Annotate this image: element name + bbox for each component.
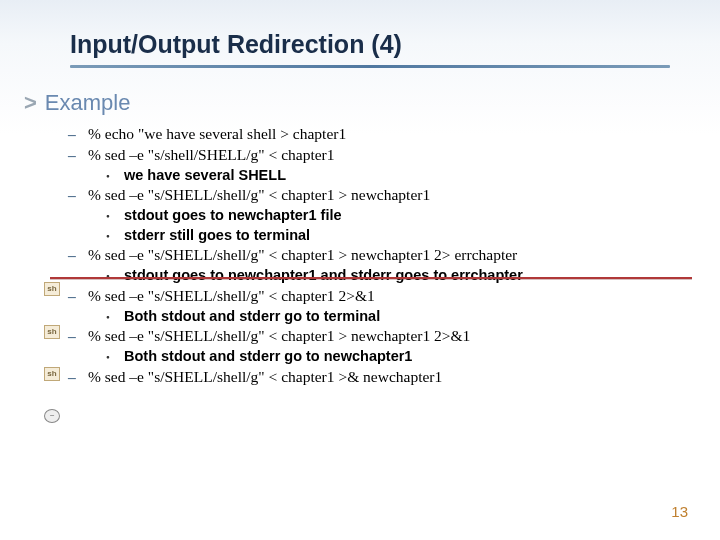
subtitle: Example bbox=[45, 90, 131, 116]
bullet-icon: • bbox=[106, 266, 116, 284]
list-item: – % sed –e "s/SHELL/shell/g" < chapter1 … bbox=[68, 367, 700, 388]
dash-icon: – bbox=[68, 245, 80, 266]
bullet-icon: • bbox=[106, 206, 116, 224]
bullet-icon: • bbox=[106, 226, 116, 244]
cmd-text: % sed –e "s/SHELL/shell/g" < chapter1 > … bbox=[88, 185, 430, 206]
sub-item: • stdout goes to newchapter1 file bbox=[68, 206, 700, 226]
sh-shell-icon: sh bbox=[44, 325, 60, 339]
dash-icon: – bbox=[68, 145, 80, 166]
sub-text: Both stdout and stderr go to terminal bbox=[124, 307, 380, 327]
cmd-text: % sed –e "s/shell/SHELL/g" < chapter1 bbox=[88, 145, 335, 166]
cmd-text: % sed –e "s/SHELL/shell/g" < chapter1 > … bbox=[88, 326, 470, 347]
sub-text: we have several SHELL bbox=[124, 166, 286, 186]
dash-icon: – bbox=[68, 185, 80, 206]
dash-icon: – bbox=[68, 124, 80, 145]
list-item: – % echo "we have several shell > chapte… bbox=[68, 124, 700, 145]
slide: Input/Output Redirection (4) > Example –… bbox=[0, 0, 720, 388]
sub-text: Both stdout and stderr go to newchapter1 bbox=[124, 347, 412, 367]
cmd-text: % sed –e "s/SHELL/shell/g" < chapter1 2>… bbox=[88, 286, 375, 307]
chevron-icon: > bbox=[24, 90, 37, 116]
dash-icon: – bbox=[68, 326, 80, 347]
sub-text: stdout goes to newchapter1 file bbox=[124, 206, 342, 226]
underline-red bbox=[50, 277, 692, 279]
cmd-text: % sed –e "s/SHELL/shell/g" < chapter1 >&… bbox=[88, 367, 442, 388]
dash-icon: – bbox=[68, 367, 80, 388]
bullet-icon: • bbox=[106, 166, 116, 184]
list-item: – % sed –e "s/SHELL/shell/g" < chapter1 … bbox=[68, 185, 700, 206]
bullet-icon: • bbox=[106, 307, 116, 325]
cmd-text: % echo "we have several shell > chapter1 bbox=[88, 124, 346, 145]
list-item: – % sed –e "s/SHELL/shell/g" < chapter1 … bbox=[68, 245, 700, 266]
list-item: – % sed –e "s/SHELL/shell/g" < chapter1 … bbox=[68, 326, 700, 347]
csh-shell-icon: ~ bbox=[44, 409, 60, 423]
sh-shell-icon: sh bbox=[44, 367, 60, 381]
sh-shell-icon: sh bbox=[44, 282, 60, 296]
page-number: 13 bbox=[671, 503, 688, 520]
list-item: – % sed –e "s/SHELL/shell/g" < chapter1 … bbox=[68, 286, 700, 307]
title-underline bbox=[70, 65, 670, 68]
bullet-icon: • bbox=[106, 347, 116, 365]
cmd-text: % sed –e "s/SHELL/shell/g" < chapter1 > … bbox=[88, 245, 517, 266]
dash-icon: – bbox=[68, 286, 80, 307]
title-wrap: Input/Output Redirection (4) bbox=[0, 30, 720, 76]
sub-item: • Both stdout and stderr go to terminal bbox=[68, 307, 700, 327]
list-item: – % sed –e "s/shell/SHELL/g" < chapter1 bbox=[68, 145, 700, 166]
sub-text: stderr still goes to terminal bbox=[124, 226, 310, 246]
sub-item: • Both stdout and stderr go to newchapte… bbox=[68, 347, 700, 367]
content: – % echo "we have several shell > chapte… bbox=[0, 124, 720, 388]
slide-title: Input/Output Redirection (4) bbox=[70, 30, 670, 59]
sub-item: • we have several SHELL bbox=[68, 166, 700, 186]
sub-item: • stderr still goes to terminal bbox=[68, 226, 700, 246]
subtitle-row: > Example bbox=[24, 90, 720, 116]
